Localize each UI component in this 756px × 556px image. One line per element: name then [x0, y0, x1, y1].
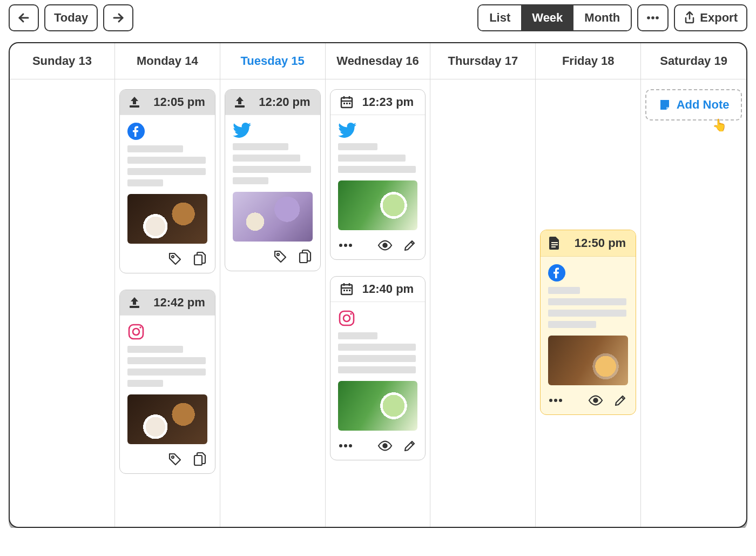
card-actions — [541, 387, 636, 414]
eye-icon[interactable] — [377, 238, 393, 253]
day-header: Thursday 17 — [430, 43, 536, 79]
svg-point-16 — [277, 253, 279, 256]
add-note-label: Add Note — [677, 98, 730, 112]
add-note-button[interactable]: Add Note👆 — [645, 89, 742, 120]
day-header: Sunday 13 — [10, 43, 115, 79]
arrow-left-icon — [17, 11, 30, 24]
card-actions — [225, 244, 320, 271]
card-time: 12:05 pm — [153, 95, 207, 109]
day-header: Saturday 19 — [641, 43, 746, 79]
arrow-right-icon — [112, 11, 125, 24]
more-icon[interactable] — [548, 393, 563, 408]
more-icon[interactable] — [338, 438, 353, 453]
svg-rect-5 — [130, 105, 139, 108]
card-body — [225, 115, 320, 244]
edit-icon[interactable] — [402, 438, 417, 453]
cursor-hand-icon: 👆 — [712, 118, 727, 132]
day-column: Add Note👆 — [641, 79, 746, 527]
more-button[interactable] — [637, 4, 669, 31]
copy-icon[interactable] — [298, 249, 313, 264]
tag-icon[interactable] — [167, 452, 183, 467]
calendar-icon — [340, 95, 354, 109]
content-placeholder — [127, 145, 207, 186]
instagram-icon — [127, 323, 207, 340]
prev-week-button[interactable] — [9, 4, 39, 31]
svg-rect-8 — [194, 255, 202, 265]
svg-rect-47 — [551, 246, 556, 247]
export-button[interactable]: Export — [674, 4, 747, 31]
calendar-header: Sunday 13Monday 14Tuesday 15Wednesday 16… — [10, 43, 746, 79]
view-month-button[interactable]: Month — [573, 5, 631, 30]
card-time: 12:20 pm — [259, 95, 312, 109]
svg-point-41 — [344, 444, 347, 447]
more-icon[interactable] — [338, 238, 353, 253]
card-header: 12:40 pm — [330, 277, 426, 302]
today-button[interactable]: Today — [44, 4, 98, 31]
card-time: 12:50 pm — [575, 236, 628, 250]
next-week-button[interactable] — [103, 4, 133, 31]
svg-point-3 — [652, 16, 655, 19]
card-actions — [330, 232, 426, 259]
card-body — [541, 257, 636, 387]
svg-point-11 — [133, 329, 139, 335]
svg-point-28 — [383, 243, 387, 247]
svg-point-42 — [349, 444, 352, 447]
day-header: Tuesday 15 — [220, 43, 326, 79]
document-icon — [548, 236, 561, 251]
post-card[interactable]: 12:23 pm — [330, 89, 426, 260]
tag-icon[interactable] — [167, 251, 183, 266]
svg-point-39 — [350, 313, 352, 314]
tag-icon[interactable] — [273, 249, 288, 264]
day-column: 12:50 pm — [536, 79, 641, 527]
svg-point-50 — [554, 399, 557, 402]
card-thumbnail — [233, 192, 313, 242]
svg-point-4 — [656, 16, 659, 19]
svg-rect-45 — [551, 242, 558, 243]
svg-point-49 — [549, 399, 552, 402]
edit-icon[interactable] — [613, 393, 628, 408]
svg-point-2 — [647, 16, 651, 19]
day-header: Friday 18 — [536, 43, 641, 79]
copy-icon[interactable] — [192, 452, 207, 467]
card-header: 12:20 pm — [225, 90, 320, 115]
card-header: 12:42 pm — [120, 290, 215, 316]
svg-point-12 — [139, 326, 141, 328]
copy-icon[interactable] — [192, 251, 207, 266]
calendar-icon — [340, 282, 354, 296]
card-time: 12:42 pm — [153, 296, 207, 310]
eye-icon[interactable] — [377, 438, 393, 453]
svg-point-7 — [172, 256, 174, 258]
svg-point-51 — [559, 399, 562, 402]
post-card[interactable]: 12:42 pm — [119, 290, 215, 474]
post-card[interactable]: 12:05 pm — [119, 89, 215, 273]
calendar-body: 12:05 pm12:42 pm12:20 pm12:23 pm12:40 pm… — [10, 79, 746, 527]
upload-icon — [127, 96, 141, 109]
edit-icon[interactable] — [402, 238, 417, 253]
card-header: 12:50 pm — [541, 230, 636, 257]
day-column — [430, 79, 536, 527]
content-placeholder — [127, 346, 207, 387]
upload-icon — [233, 96, 247, 109]
post-card[interactable]: 12:40 pm — [330, 276, 426, 460]
post-card[interactable]: 12:50 pm — [540, 230, 636, 415]
svg-rect-17 — [300, 253, 307, 263]
post-card[interactable]: 12:20 pm — [225, 89, 321, 271]
export-icon — [684, 11, 696, 24]
content-placeholder — [338, 143, 418, 173]
card-actions — [120, 246, 215, 273]
day-column: 12:05 pm12:42 pm — [115, 79, 220, 527]
view-week-button[interactable]: Week — [521, 5, 573, 30]
day-column: 12:20 pm — [220, 79, 326, 527]
svg-rect-46 — [551, 244, 558, 245]
day-header: Monday 14 — [115, 43, 220, 79]
svg-rect-14 — [194, 455, 202, 465]
card-header: 12:05 pm — [120, 90, 215, 115]
upload-icon — [127, 296, 141, 309]
facebook-icon — [127, 123, 207, 140]
svg-point-38 — [343, 315, 350, 321]
svg-rect-23 — [346, 103, 348, 104]
toolbar: Today List Week Month Export — [9, 4, 747, 31]
view-list-button[interactable]: List — [478, 5, 521, 30]
eye-icon[interactable] — [588, 393, 603, 408]
content-placeholder — [548, 287, 628, 328]
